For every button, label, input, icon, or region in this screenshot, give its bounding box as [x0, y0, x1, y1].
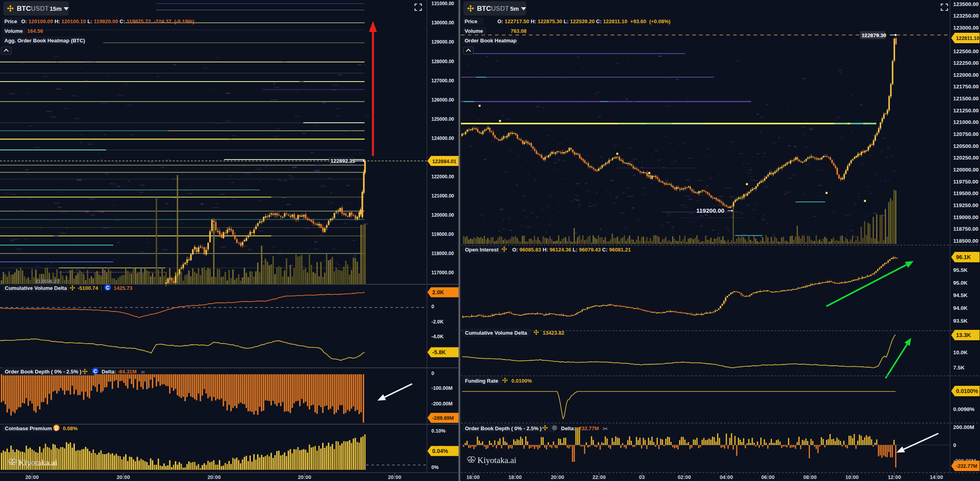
svg-text:Order Book Depth ( 0% - 2.5% ): Order Book Depth ( 0% - 2.5% )	[465, 425, 541, 431]
svg-text:Funding Rate: Funding Rate	[465, 378, 498, 384]
svg-text:95.5K: 95.5K	[953, 267, 968, 273]
svg-text:0.10%: 0.10%	[431, 428, 445, 434]
svg-text:Coinbase Premium: Coinbase Premium	[5, 425, 52, 431]
svg-text:120250.00: 120250.00	[953, 155, 979, 161]
svg-text:Open Interest: Open Interest	[465, 247, 499, 253]
svg-text:✂: ✂	[603, 425, 608, 432]
svg-text:22:00: 22:00	[592, 474, 605, 480]
svg-text:O: 120100.09 H: 120100.10 L: 1: O: 120100.09 H: 120100.10 L: 119820.00 C…	[21, 18, 194, 24]
svg-text:121000.00: 121000.00	[431, 193, 454, 199]
svg-text:USDT: USDT	[491, 5, 509, 12]
svg-text:121750.00: 121750.00	[953, 84, 979, 90]
svg-text:1425.73: 1425.73	[114, 285, 132, 291]
svg-text:112656.27: 112656.27	[35, 278, 60, 284]
svg-text:Cumulative Volume Delta: Cumulative Volume Delta	[5, 285, 67, 291]
svg-text:164.56: 164.56	[27, 28, 43, 34]
svg-text:118000.00: 118000.00	[431, 251, 454, 256]
svg-text:121250.00: 121250.00	[953, 108, 979, 114]
svg-text:0: 0	[431, 371, 434, 376]
svg-text:C: C	[94, 369, 97, 374]
svg-text:10:00: 10:00	[845, 474, 858, 480]
svg-text:Order Book Depth ( 0% - 2.5% ): Order Book Depth ( 0% - 2.5% )	[5, 369, 81, 375]
svg-text:-4.0K: -4.0K	[431, 334, 444, 339]
svg-text:123000.00: 123000.00	[953, 25, 979, 31]
svg-text:117000.00: 117000.00	[431, 270, 454, 275]
svg-text:95.0K: 95.0K	[953, 280, 968, 286]
svg-text:93.5K: 93.5K	[953, 318, 968, 324]
svg-text:|: |	[101, 285, 102, 291]
svg-text:18:00: 18:00	[508, 474, 521, 480]
svg-text:03: 03	[639, 474, 645, 480]
svg-text:0.0100%: 0.0100%	[511, 378, 532, 384]
svg-text:122892.35: 122892.35	[331, 158, 355, 164]
svg-text:Cumulative Volume Delta: Cumulative Volume Delta	[465, 330, 527, 336]
svg-text:20:00: 20:00	[551, 474, 564, 480]
svg-text:131000.00: 131000.00	[431, 1, 454, 6]
svg-text:Delta: -232.77M: Delta: -232.77M	[561, 425, 599, 431]
svg-text:BTC: BTC	[17, 5, 31, 12]
svg-text:0.08%: 0.08%	[63, 425, 78, 431]
svg-text:20:00: 20:00	[25, 474, 38, 480]
svg-text:0.04%: 0.04%	[432, 448, 448, 454]
svg-text:130000.00: 130000.00	[431, 20, 454, 26]
svg-text:Kiyotaka.ai: Kiyotaka.ai	[18, 458, 58, 467]
svg-text:-5100.74: -5100.74	[78, 285, 98, 291]
svg-text:Volume: Volume	[4, 28, 23, 34]
svg-text:16:00: 16:00	[466, 474, 479, 480]
svg-text:12:00: 12:00	[888, 474, 901, 480]
svg-text:20:00: 20:00	[116, 474, 130, 480]
svg-text:02:00: 02:00	[677, 474, 691, 480]
svg-text:119250.00: 119250.00	[953, 202, 978, 208]
svg-text:123250.00: 123250.00	[953, 13, 979, 19]
svg-text:10.0K: 10.0K	[953, 349, 968, 355]
svg-text:120000.00: 120000.00	[953, 167, 979, 173]
svg-text:122884.01: 122884.01	[432, 158, 457, 164]
svg-text:20:00: 20:00	[388, 474, 401, 480]
svg-text:122879.30: 122879.30	[862, 32, 886, 38]
svg-text:119750.00: 119750.00	[953, 179, 978, 185]
svg-text:122000.00: 122000.00	[953, 72, 979, 78]
svg-text:13423.82: 13423.82	[543, 330, 564, 336]
svg-text:O: 96085.83 H: 96124.36 L: 960: O: 96085.83 H: 96124.36 L: 96079.43 C: 9…	[512, 247, 631, 253]
svg-text:122000.00: 122000.00	[431, 174, 454, 180]
svg-text:121000.00: 121000.00	[953, 119, 979, 125]
svg-text:200.00M: 200.00M	[953, 424, 974, 430]
svg-text:120500.00: 120500.00	[953, 143, 979, 149]
svg-text:-289.89M: -289.89M	[432, 415, 454, 421]
svg-text:20:00: 20:00	[298, 474, 311, 480]
svg-text:06:00: 06:00	[761, 474, 774, 480]
svg-text:128000.00: 128000.00	[431, 59, 454, 64]
svg-text:-200.00M: -200.00M	[431, 401, 453, 407]
svg-text:122500.00: 122500.00	[953, 48, 979, 54]
svg-text:0%: 0%	[431, 465, 439, 470]
svg-text:94.5K: 94.5K	[953, 292, 968, 298]
svg-text:-5.8K: -5.8K	[432, 349, 446, 355]
svg-text:0: 0	[431, 304, 434, 309]
svg-text:126000.00: 126000.00	[431, 97, 454, 103]
svg-text:96.1K: 96.1K	[956, 254, 971, 260]
svg-text:15m: 15m	[50, 5, 62, 12]
svg-text:119200.00: 119200.00	[696, 207, 724, 214]
svg-text:94.0K: 94.0K	[953, 305, 968, 311]
svg-text:123500.00: 123500.00	[953, 1, 979, 7]
svg-text:119000.00: 119000.00	[953, 214, 978, 220]
svg-text:0.0100%: 0.0100%	[956, 388, 978, 394]
svg-text:Volume: Volume	[465, 28, 483, 34]
svg-text:120750.00: 120750.00	[953, 131, 979, 137]
svg-text:14:00: 14:00	[930, 474, 943, 480]
svg-text:2.0K: 2.0K	[432, 289, 444, 295]
svg-text:763.08: 763.08	[511, 28, 527, 34]
svg-text:Kiyotaka.ai: Kiyotaka.ai	[477, 455, 517, 465]
svg-text:122250.00: 122250.00	[953, 60, 979, 66]
svg-text:124000.00: 124000.00	[431, 136, 454, 141]
svg-text:Order Book Heatmap: Order Book Heatmap	[465, 38, 517, 44]
svg-text:BTC: BTC	[477, 5, 491, 12]
svg-text:∞: ∞	[141, 369, 145, 375]
svg-text:13.3K: 13.3K	[956, 332, 971, 338]
svg-text:122811.10: 122811.10	[956, 36, 979, 41]
svg-text:Agg. Order Book Heatmap (BTC): Agg. Order Book Heatmap (BTC)	[4, 38, 85, 44]
svg-text:Delta: -84.31M: Delta: -84.31M	[102, 369, 136, 375]
svg-text:04:00: 04:00	[719, 474, 733, 480]
svg-text:118500.00: 118500.00	[953, 238, 978, 244]
svg-text:5m: 5m	[510, 5, 519, 12]
